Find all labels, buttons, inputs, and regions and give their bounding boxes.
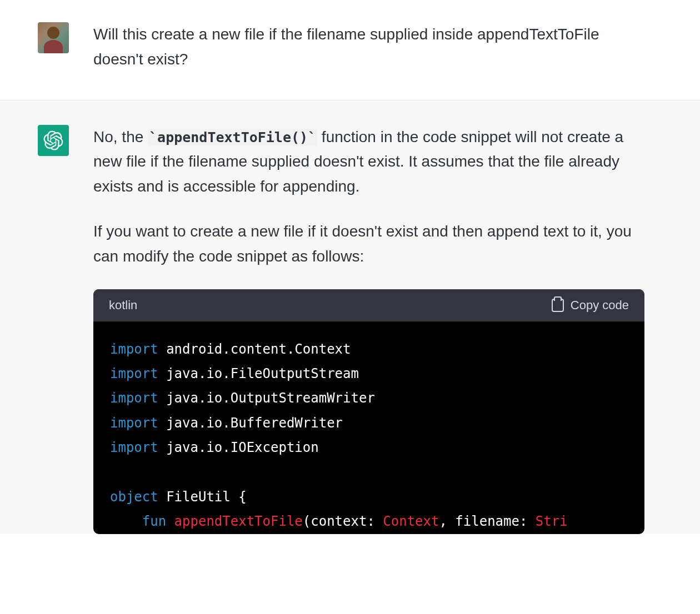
- assistant-message-row: No, the `appendTextToFile()` function in…: [0, 100, 700, 534]
- user-message-text: Will this create a new file if the filen…: [93, 22, 644, 72]
- assistant-avatar: [38, 125, 69, 156]
- code-header: kotlin Copy code: [93, 289, 644, 321]
- avatar-column: [38, 125, 69, 534]
- copy-code-label: Copy code: [571, 298, 629, 313]
- code-block: kotlin Copy code import android.content.…: [93, 289, 644, 534]
- code-content[interactable]: import android.content.Context import ja…: [93, 321, 644, 534]
- token-pkg: java.io.FileOutputStream: [158, 366, 359, 381]
- token-import: import: [110, 341, 158, 357]
- token-pkg: java.io.OutputStreamWriter: [158, 390, 375, 406]
- token-import: import: [110, 390, 158, 406]
- token-pkg: java.io.IOException: [158, 440, 319, 455]
- token-pkg: android.content.Context: [158, 341, 351, 357]
- openai-logo-icon: [43, 130, 63, 150]
- clipboard-icon: [552, 299, 564, 312]
- token-fun-name: appendTextToFile: [174, 514, 303, 529]
- token-import: import: [110, 415, 158, 431]
- token-import: import: [110, 440, 158, 455]
- inline-code: `appendTextToFile()`: [148, 129, 317, 146]
- token-object: object: [110, 489, 158, 505]
- token-type: Context: [383, 514, 439, 529]
- token-sep: , filename:: [439, 514, 535, 529]
- assistant-paragraph-1: No, the `appendTextToFile()` function in…: [93, 125, 644, 199]
- token-pkg: java.io.BufferedWriter: [158, 415, 343, 431]
- token-import: import: [110, 366, 158, 381]
- assistant-content: No, the `appendTextToFile()` function in…: [82, 125, 644, 534]
- copy-code-button[interactable]: Copy code: [552, 298, 629, 313]
- token-object-name: FileUtil {: [158, 489, 247, 505]
- code-language-label: kotlin: [109, 298, 137, 313]
- token-type: Stri: [536, 514, 568, 529]
- avatar-column: [38, 22, 69, 72]
- assistant-paragraph-2: If you want to create a new file if it d…: [93, 219, 644, 269]
- p1-pre: No, the: [93, 128, 148, 145]
- token-paren: (context:: [303, 514, 383, 529]
- token-fun: fun: [142, 514, 166, 529]
- user-content: Will this create a new file if the filen…: [82, 22, 644, 72]
- user-avatar: [38, 22, 69, 53]
- user-message-row: Will this create a new file if the filen…: [0, 0, 700, 100]
